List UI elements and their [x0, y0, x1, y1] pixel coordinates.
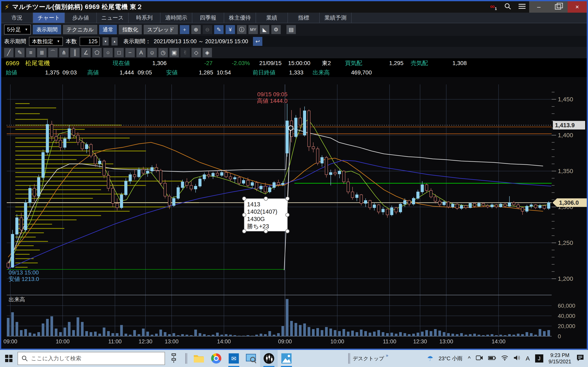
note-handle[interactable] [242, 213, 246, 217]
fibonacci-arc-tool[interactable]: ⌒ [48, 48, 58, 57]
rectangle-tool[interactable]: □ [114, 48, 124, 57]
tab-5[interactable]: 適時開示 [160, 13, 192, 23]
crosshair-icon[interactable]: + [180, 25, 189, 34]
icon-stamp-tool[interactable]: ☺ [147, 48, 157, 57]
hline-3-tool[interactable]: ≡ [26, 48, 35, 57]
tab-1[interactable]: チャート [33, 13, 65, 23]
parallel-line-tool[interactable]: ✎ [15, 48, 25, 57]
my-chart-icon[interactable]: MY [249, 25, 258, 34]
file-explorer-icon[interactable] [190, 350, 208, 367]
candle-body [443, 202, 445, 205]
taskbar-search-input[interactable]: ここに入力して検索 [17, 352, 165, 365]
fan-line-tool[interactable]: ⋔ [59, 48, 69, 57]
tab-10[interactable]: 業績予測 [320, 13, 352, 23]
pencil-icon[interactable]: ✎ [214, 25, 224, 34]
wrench-icon[interactable]: ⚙ [271, 25, 281, 34]
link-group-icon[interactable]: ∞1 [486, 3, 501, 11]
show-hidden-icons[interactable]: ^ [468, 355, 471, 362]
copy-object-tool[interactable]: ▣ [169, 48, 179, 57]
search-icon[interactable] [501, 3, 515, 11]
info-icon[interactable]: ⓘ [237, 25, 246, 34]
restore-button[interactable] [548, 1, 568, 13]
snip-tool-icon[interactable] [242, 350, 260, 367]
meet-now-icon[interactable] [476, 355, 483, 362]
tab-8[interactable]: 業績 [256, 13, 288, 23]
note-handle[interactable] [264, 197, 268, 200]
count-up-button[interactable]: ▲ [112, 37, 118, 45]
action-center-icon[interactable] [577, 354, 584, 363]
count-down-button[interactable]: ▼ [103, 37, 109, 45]
trading-app-icon[interactable] [260, 350, 278, 367]
volume-bar [473, 334, 476, 336]
close-button[interactable]: × [568, 1, 587, 13]
volume-bar [369, 333, 371, 336]
chevron-expand-icon[interactable]: » [386, 353, 388, 358]
pentagon-tool[interactable]: ⬠ [92, 48, 102, 57]
ime-pad-icon[interactable] [165, 350, 182, 367]
candle-body [356, 195, 358, 198]
start-button[interactable] [0, 350, 17, 367]
toolbar-button-表示期間[interactable]: 表示期間 [33, 25, 61, 34]
toolbar-button-指数化[interactable]: 指数化 [119, 25, 142, 34]
photos-app-icon[interactable] [278, 350, 295, 367]
note-handle[interactable] [264, 229, 268, 233]
volume-icon[interactable] [513, 355, 520, 362]
reload-range-icon[interactable]: ↩ [253, 37, 262, 46]
vline-tool[interactable]: ║ [70, 48, 80, 57]
tab-9[interactable]: 指標 [288, 13, 320, 23]
tab-4[interactable]: 時系列 [129, 13, 160, 23]
clock-stamp-tool[interactable]: ◷ [158, 48, 168, 57]
candle-body [238, 178, 241, 183]
tab-3[interactable]: ニュース [97, 13, 129, 23]
ime-mode-j[interactable]: J [535, 354, 543, 363]
desktop-toolbar[interactable]: デスクトップ » [353, 350, 388, 367]
menu-icon[interactable] [515, 3, 529, 11]
print-icon[interactable]: ▤ [286, 25, 296, 34]
wifi-icon[interactable] [501, 355, 508, 362]
tab-0[interactable]: 市況 [1, 13, 33, 23]
hline-4-tool[interactable]: ≣ [37, 48, 47, 57]
segment-tool[interactable]: − [125, 48, 135, 57]
gann-fan-tool[interactable]: ∠ [81, 48, 91, 57]
note-handle[interactable] [242, 229, 246, 233]
ime-mode-a[interactable]: A [526, 355, 530, 362]
open-time: 09:03 [62, 69, 77, 76]
tab-7[interactable]: 株主優待 [224, 13, 256, 23]
battery-icon[interactable] [488, 355, 496, 362]
candle-body [364, 200, 367, 203]
price-chart[interactable]: 09/15 09:05高値 1444.009/13 15:00安値 1213.0… [1, 77, 587, 350]
zoom-out-icon[interactable]: ⊖ [203, 25, 212, 34]
hand-tool[interactable]: ✌ [181, 48, 190, 57]
note-handle[interactable] [286, 229, 289, 233]
weather-icon[interactable]: ☂ [427, 354, 433, 363]
volume-bar [303, 324, 306, 336]
yen-icon[interactable]: ¥ [226, 25, 235, 34]
volume-bar [90, 332, 92, 336]
trendline-handle[interactable] [288, 126, 293, 130]
ellipse-tool[interactable]: ○ [103, 48, 113, 57]
minimize-button[interactable]: – [529, 1, 548, 13]
toolbar-button-テクニカル[interactable]: テクニカル [63, 25, 97, 34]
text-tool[interactable]: A [136, 48, 146, 57]
toolbar-button-スプレッド[interactable]: スプレッド [144, 25, 178, 34]
chrome-icon[interactable] [208, 350, 225, 367]
note-handle[interactable] [286, 213, 289, 217]
bar-count-input[interactable]: 125 [80, 37, 100, 46]
eraser-all-tool[interactable]: ◈ [203, 48, 212, 57]
tab-2[interactable]: 歩み値 [65, 13, 97, 23]
weather-text[interactable]: 23°C 小雨 [439, 355, 462, 362]
tab-6[interactable]: 四季報 [192, 13, 224, 23]
period-mode-dropdown[interactable]: 本数指定▼ [29, 37, 63, 46]
toolbar-button-通常[interactable]: 通常 [99, 25, 117, 34]
zoom-in-icon[interactable]: ⊕ [191, 25, 201, 34]
quote-row-1: 6969 松尾電機 現在値 1,306 -27 -2.03% 21/09/15 … [1, 58, 587, 68]
trendline-tool[interactable]: ╱ [4, 48, 13, 57]
eraser-tool[interactable]: ◇ [191, 48, 201, 57]
note-handle[interactable] [286, 197, 289, 200]
interval-dropdown[interactable]: 5分足▼ [4, 25, 31, 34]
area-chart-icon[interactable]: ◣ [260, 25, 269, 34]
time-axis-label: 09:00 [278, 338, 292, 345]
note-handle[interactable] [242, 197, 246, 200]
taskbar-clock[interactable]: 9:23 PM9/15/2021 [549, 352, 571, 365]
mail-app-icon[interactable]: ✉ [225, 350, 242, 367]
